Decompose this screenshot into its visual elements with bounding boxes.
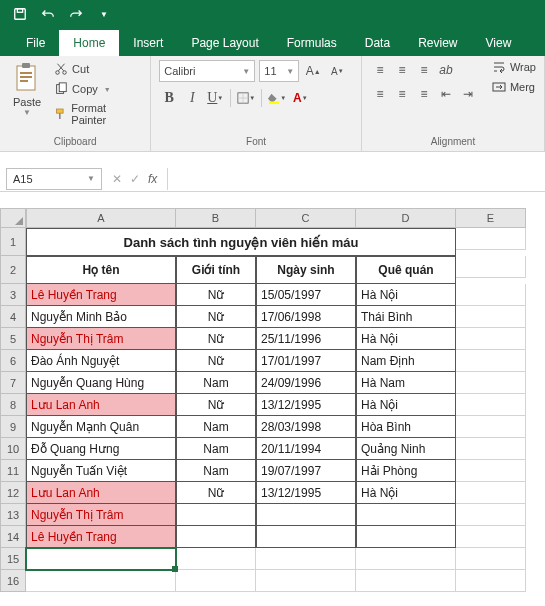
cell[interactable] xyxy=(176,548,256,570)
cell[interactable]: 20/11/1994 xyxy=(256,438,356,460)
cell[interactable]: 25/11/1996 xyxy=(256,328,356,350)
cell[interactable]: Nguyễn Tuấn Việt xyxy=(26,460,176,482)
tab-page-layout[interactable]: Page Layout xyxy=(177,30,272,56)
row-header[interactable]: 5 xyxy=(0,328,26,350)
cell[interactable] xyxy=(456,350,526,372)
cell[interactable] xyxy=(356,526,456,548)
cell[interactable]: 17/06/1998 xyxy=(256,306,356,328)
cell[interactable] xyxy=(456,328,526,350)
format-painter-button[interactable]: Format Painter xyxy=(52,100,142,128)
cell[interactable]: Hà Nội xyxy=(356,284,456,306)
copy-button[interactable]: Copy▼ xyxy=(52,80,142,98)
cell[interactable]: 15/05/1997 xyxy=(256,284,356,306)
row-header[interactable]: 6 xyxy=(0,350,26,372)
merge-button[interactable]: Merg xyxy=(492,80,536,94)
cell[interactable] xyxy=(456,228,526,250)
cell[interactable] xyxy=(256,548,356,570)
fill-color-button[interactable]: ▼ xyxy=(267,88,287,108)
cell[interactable] xyxy=(256,504,356,526)
cell[interactable]: Nam xyxy=(176,416,256,438)
cell[interactable] xyxy=(26,548,176,570)
increase-font-icon[interactable]: A▲ xyxy=(303,61,323,81)
cell[interactable] xyxy=(176,526,256,548)
row-header[interactable]: 2 xyxy=(0,256,26,284)
cell[interactable]: Quê quán xyxy=(356,256,456,284)
tab-view[interactable]: View xyxy=(472,30,526,56)
cell[interactable] xyxy=(456,570,526,592)
cell[interactable]: Nữ xyxy=(176,350,256,372)
tab-review[interactable]: Review xyxy=(404,30,471,56)
row-header[interactable]: 14 xyxy=(0,526,26,548)
align-bottom-icon[interactable]: ≡ xyxy=(414,60,434,80)
cell[interactable] xyxy=(356,504,456,526)
col-header-D[interactable]: D xyxy=(356,208,456,228)
row-header[interactable]: 12 xyxy=(0,482,26,504)
row-header[interactable]: 9 xyxy=(0,416,26,438)
cell[interactable]: Lê Huyền Trang xyxy=(26,526,176,548)
tab-file[interactable]: File xyxy=(12,30,59,56)
cell[interactable]: Lê Huyền Trang xyxy=(26,284,176,306)
cell[interactable] xyxy=(456,372,526,394)
cell[interactable]: Nguyễn Thị Trâm xyxy=(26,328,176,350)
cell[interactable] xyxy=(456,526,526,548)
col-header-A[interactable]: A xyxy=(26,208,176,228)
cell[interactable]: Giới tính xyxy=(176,256,256,284)
col-header-B[interactable]: B xyxy=(176,208,256,228)
align-top-icon[interactable]: ≡ xyxy=(370,60,390,80)
cell[interactable]: Nữ xyxy=(176,328,256,350)
cell[interactable]: Hà Nội xyxy=(356,394,456,416)
font-size-combo[interactable]: 11▼ xyxy=(259,60,299,82)
cell[interactable] xyxy=(456,394,526,416)
cell[interactable] xyxy=(26,570,176,592)
cell[interactable]: 17/01/1997 xyxy=(256,350,356,372)
tab-insert[interactable]: Insert xyxy=(119,30,177,56)
cell[interactable]: Nam xyxy=(176,372,256,394)
cell[interactable]: 28/03/1998 xyxy=(256,416,356,438)
cell[interactable]: Hòa Bình xyxy=(356,416,456,438)
align-middle-icon[interactable]: ≡ xyxy=(392,60,412,80)
paste-button[interactable]: Paste ▼ xyxy=(8,60,46,128)
cell[interactable] xyxy=(456,416,526,438)
undo-icon[interactable] xyxy=(34,2,62,26)
cell[interactable]: 13/12/1995 xyxy=(256,482,356,504)
row-header[interactable]: 13 xyxy=(0,504,26,526)
row-header[interactable]: 15 xyxy=(0,548,26,570)
cell[interactable] xyxy=(356,548,456,570)
cell[interactable]: Nam xyxy=(176,438,256,460)
customize-qat-icon[interactable]: ▼ xyxy=(90,2,118,26)
cell[interactable]: Lưu Lan Anh xyxy=(26,482,176,504)
cut-button[interactable]: Cut xyxy=(52,60,142,78)
col-header-E[interactable]: E xyxy=(456,208,526,228)
row-header[interactable]: 10 xyxy=(0,438,26,460)
enter-icon[interactable]: ✓ xyxy=(130,172,140,186)
italic-button[interactable]: I xyxy=(182,88,202,108)
increase-indent-icon[interactable]: ⇥ xyxy=(458,84,478,104)
name-box[interactable]: A15▼ xyxy=(6,168,102,190)
row-header[interactable]: 11 xyxy=(0,460,26,482)
align-right-icon[interactable]: ≡ xyxy=(414,84,434,104)
row-header[interactable]: 3 xyxy=(0,284,26,306)
row-header[interactable]: 8 xyxy=(0,394,26,416)
decrease-font-icon[interactable]: A▼ xyxy=(327,61,347,81)
cell[interactable]: Nam xyxy=(176,460,256,482)
cell[interactable]: Đào Ánh Nguyệt xyxy=(26,350,176,372)
cell[interactable]: Nguyễn Mạnh Quân xyxy=(26,416,176,438)
cell[interactable] xyxy=(456,306,526,328)
cell[interactable]: Đỗ Quang Hưng xyxy=(26,438,176,460)
cell[interactable] xyxy=(456,460,526,482)
row-header[interactable]: 1 xyxy=(0,228,26,256)
formula-input[interactable] xyxy=(167,168,545,190)
row-header[interactable]: 7 xyxy=(0,372,26,394)
cell[interactable] xyxy=(176,570,256,592)
save-icon[interactable] xyxy=(6,2,34,26)
cell[interactable]: Quảng Ninh xyxy=(356,438,456,460)
cell[interactable]: Hải Phòng xyxy=(356,460,456,482)
cell[interactable]: Thái Bình xyxy=(356,306,456,328)
align-left-icon[interactable]: ≡ xyxy=(370,84,390,104)
cell[interactable]: Nguyễn Quang Hùng xyxy=(26,372,176,394)
orientation-icon[interactable]: ab xyxy=(436,60,456,80)
cell[interactable] xyxy=(456,482,526,504)
tab-formulas[interactable]: Formulas xyxy=(273,30,351,56)
bold-button[interactable]: B xyxy=(159,88,179,108)
cell[interactable]: Nguyễn Thị Trâm xyxy=(26,504,176,526)
